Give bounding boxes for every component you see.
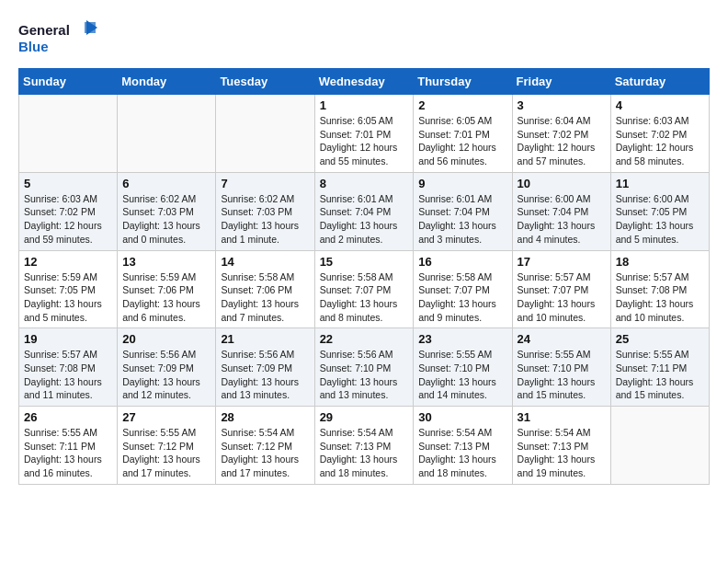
empty-cell [610,407,709,485]
day-cell-23: 23Sunrise: 5:55 AM Sunset: 7:10 PM Dayli… [414,328,512,407]
day-number-27: 27 [122,410,210,424]
day-cell-7: 7Sunrise: 6:02 AM Sunset: 7:03 PM Daylig… [216,172,314,250]
day-cell-26: 26Sunrise: 5:55 AM Sunset: 7:11 PM Dayli… [19,407,118,485]
day-number-29: 29 [320,410,409,424]
day-number-18: 18 [616,255,704,269]
day-info-12: Sunrise: 5:59 AM Sunset: 7:05 PM Dayligh… [24,270,112,325]
day-number-16: 16 [418,255,506,269]
day-number-11: 11 [616,177,704,190]
logo: General Blue [18,18,101,59]
day-cell-13: 13Sunrise: 5:59 AM Sunset: 7:06 PM Dayli… [118,250,216,328]
day-number-24: 24 [518,332,606,346]
day-cell-22: 22Sunrise: 5:56 AM Sunset: 7:10 PM Dayli… [314,328,414,407]
svg-text:General: General [18,22,70,38]
weekday-header-row: SundayMondayTuesdayWednesdayThursdayFrid… [19,69,710,95]
day-info-1: Sunrise: 6:05 AM Sunset: 7:01 PM Dayligh… [320,114,409,168]
day-number-6: 6 [122,177,210,190]
day-info-30: Sunrise: 5:54 AM Sunset: 7:13 PM Dayligh… [418,426,506,480]
day-info-29: Sunrise: 5:54 AM Sunset: 7:13 PM Dayligh… [320,426,409,480]
svg-text:Blue: Blue [18,39,49,54]
day-info-19: Sunrise: 5:57 AM Sunset: 7:08 PM Dayligh… [24,348,112,402]
day-number-20: 20 [122,332,210,346]
week-row-2: 5Sunrise: 6:03 AM Sunset: 7:02 PM Daylig… [19,172,710,250]
day-number-30: 30 [418,410,506,424]
day-info-6: Sunrise: 6:02 AM Sunset: 7:03 PM Dayligh… [122,192,210,247]
day-cell-2: 2Sunrise: 6:05 AM Sunset: 7:01 PM Daylig… [414,95,512,173]
day-cell-31: 31Sunrise: 5:54 AM Sunset: 7:13 PM Dayli… [512,407,610,485]
header: General Blue [18,18,710,59]
day-cell-6: 6Sunrise: 6:02 AM Sunset: 7:03 PM Daylig… [118,172,216,250]
day-number-2: 2 [418,98,506,112]
day-cell-29: 29Sunrise: 5:54 AM Sunset: 7:13 PM Dayli… [314,407,414,485]
day-number-14: 14 [221,255,309,269]
day-info-10: Sunrise: 6:00 AM Sunset: 7:04 PM Dayligh… [518,192,606,247]
day-number-15: 15 [320,255,409,269]
day-cell-15: 15Sunrise: 5:58 AM Sunset: 7:07 PM Dayli… [314,250,414,328]
day-info-4: Sunrise: 6:03 AM Sunset: 7:02 PM Dayligh… [616,114,704,168]
day-number-26: 26 [24,410,112,424]
day-cell-21: 21Sunrise: 5:56 AM Sunset: 7:09 PM Dayli… [216,328,314,407]
weekday-saturday: Saturday [610,69,709,95]
day-info-15: Sunrise: 5:58 AM Sunset: 7:07 PM Dayligh… [320,270,409,325]
day-cell-30: 30Sunrise: 5:54 AM Sunset: 7:13 PM Dayli… [414,407,512,485]
day-cell-12: 12Sunrise: 5:59 AM Sunset: 7:05 PM Dayli… [19,250,118,328]
day-cell-28: 28Sunrise: 5:54 AM Sunset: 7:12 PM Dayli… [216,407,314,485]
day-number-22: 22 [320,332,409,346]
day-cell-17: 17Sunrise: 5:57 AM Sunset: 7:07 PM Dayli… [512,250,610,328]
logo-svg: General Blue [18,18,101,59]
day-cell-19: 19Sunrise: 5:57 AM Sunset: 7:08 PM Dayli… [19,328,118,407]
weekday-tuesday: Tuesday [216,69,314,95]
day-cell-16: 16Sunrise: 5:58 AM Sunset: 7:07 PM Dayli… [414,250,512,328]
day-number-5: 5 [24,177,112,190]
day-info-13: Sunrise: 5:59 AM Sunset: 7:06 PM Dayligh… [122,270,210,325]
day-cell-3: 3Sunrise: 6:04 AM Sunset: 7:02 PM Daylig… [512,95,610,173]
empty-cell [216,95,314,173]
week-row-1: 1Sunrise: 6:05 AM Sunset: 7:01 PM Daylig… [19,95,710,173]
day-info-27: Sunrise: 5:55 AM Sunset: 7:12 PM Dayligh… [122,426,210,480]
day-info-31: Sunrise: 5:54 AM Sunset: 7:13 PM Dayligh… [518,426,606,480]
day-info-5: Sunrise: 6:03 AM Sunset: 7:02 PM Dayligh… [24,192,112,247]
day-number-19: 19 [24,332,112,346]
day-info-8: Sunrise: 6:01 AM Sunset: 7:04 PM Dayligh… [320,192,409,247]
day-number-10: 10 [518,177,606,190]
day-number-1: 1 [320,98,409,112]
day-cell-8: 8Sunrise: 6:01 AM Sunset: 7:04 PM Daylig… [314,172,414,250]
day-info-23: Sunrise: 5:55 AM Sunset: 7:10 PM Dayligh… [418,348,506,402]
day-cell-25: 25Sunrise: 5:55 AM Sunset: 7:11 PM Dayli… [610,328,709,407]
day-cell-10: 10Sunrise: 6:00 AM Sunset: 7:04 PM Dayli… [512,172,610,250]
day-info-24: Sunrise: 5:55 AM Sunset: 7:10 PM Dayligh… [518,348,606,402]
day-info-16: Sunrise: 5:58 AM Sunset: 7:07 PM Dayligh… [418,270,506,325]
day-number-4: 4 [616,98,704,112]
day-info-2: Sunrise: 6:05 AM Sunset: 7:01 PM Dayligh… [418,114,506,168]
day-info-20: Sunrise: 5:56 AM Sunset: 7:09 PM Dayligh… [122,348,210,402]
day-number-21: 21 [221,332,309,346]
day-number-3: 3 [518,98,606,112]
day-number-25: 25 [616,332,704,346]
day-cell-5: 5Sunrise: 6:03 AM Sunset: 7:02 PM Daylig… [19,172,118,250]
day-number-17: 17 [518,255,606,269]
day-info-9: Sunrise: 6:01 AM Sunset: 7:04 PM Dayligh… [418,192,506,247]
day-number-7: 7 [221,177,309,190]
day-number-8: 8 [320,177,409,190]
day-cell-4: 4Sunrise: 6:03 AM Sunset: 7:02 PM Daylig… [610,95,709,173]
weekday-wednesday: Wednesday [314,69,414,95]
day-cell-24: 24Sunrise: 5:55 AM Sunset: 7:10 PM Dayli… [512,328,610,407]
day-cell-9: 9Sunrise: 6:01 AM Sunset: 7:04 PM Daylig… [414,172,512,250]
day-cell-18: 18Sunrise: 5:57 AM Sunset: 7:08 PM Dayli… [610,250,709,328]
day-number-31: 31 [518,410,606,424]
day-number-28: 28 [221,410,309,424]
day-info-26: Sunrise: 5:55 AM Sunset: 7:11 PM Dayligh… [24,426,112,480]
day-info-17: Sunrise: 5:57 AM Sunset: 7:07 PM Dayligh… [518,270,606,325]
empty-cell [19,95,118,173]
week-row-4: 19Sunrise: 5:57 AM Sunset: 7:08 PM Dayli… [19,328,710,407]
weekday-friday: Friday [512,69,610,95]
day-info-11: Sunrise: 6:00 AM Sunset: 7:05 PM Dayligh… [616,192,704,247]
weekday-monday: Monday [118,69,216,95]
day-number-12: 12 [24,255,112,269]
day-info-25: Sunrise: 5:55 AM Sunset: 7:11 PM Dayligh… [616,348,704,402]
day-info-18: Sunrise: 5:57 AM Sunset: 7:08 PM Dayligh… [616,270,704,325]
weekday-thursday: Thursday [414,69,512,95]
day-info-7: Sunrise: 6:02 AM Sunset: 7:03 PM Dayligh… [221,192,309,247]
day-number-23: 23 [418,332,506,346]
weekday-sunday: Sunday [19,69,118,95]
